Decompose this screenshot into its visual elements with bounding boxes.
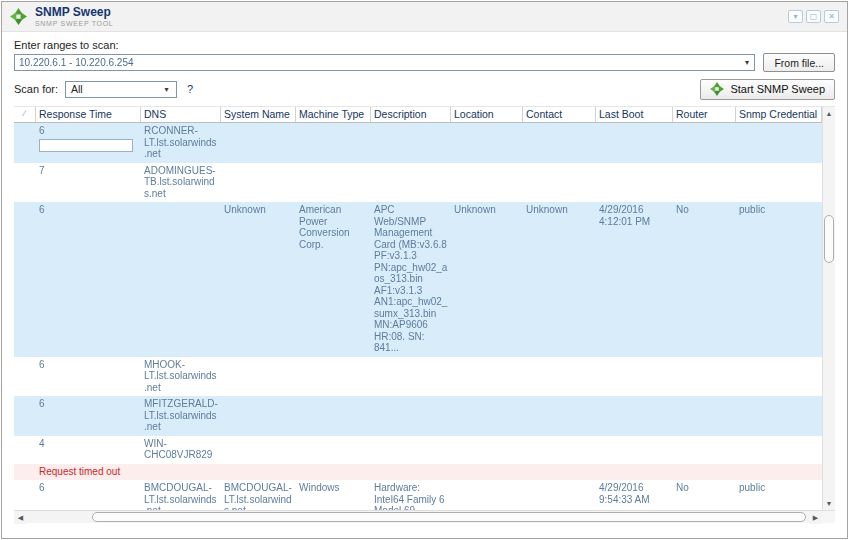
column-header-location[interactable]: Location [451, 107, 523, 122]
table-cell [221, 163, 296, 203]
window-controls: ▾ ▢ ✕ [788, 10, 839, 23]
table-cell [736, 436, 822, 464]
table-cell [296, 357, 371, 397]
table-cell: public [736, 202, 822, 357]
vertical-scroll-track[interactable] [823, 120, 835, 497]
table-cell: MHOOK-LT.lst.solarwinds.net [141, 357, 221, 397]
column-header-dns[interactable]: DNS [141, 107, 221, 122]
column-header-snmp-credential[interactable]: Snmp Credential [736, 107, 822, 122]
table-cell [451, 436, 523, 464]
chevron-down-icon[interactable]: ▾ [739, 55, 754, 70]
table-cell [673, 396, 736, 436]
window-title: SNMP Sweep [35, 6, 113, 19]
column-header-machine-type[interactable]: Machine Type [296, 107, 371, 122]
table-cell [451, 464, 523, 481]
scroll-down-icon[interactable]: ▼ [823, 497, 835, 510]
table-cell: ADOMINGUES-TB.lst.solarwinds.net [141, 163, 221, 203]
table-cell: MFITZGERALD-LT.lst.solarwinds.net [141, 396, 221, 436]
table-cell [221, 464, 296, 481]
start-snmp-sweep-button[interactable]: Start SNMP Sweep [700, 79, 835, 100]
table-cell: BMCDOUGAL-LT.lst.solarwinds.net [221, 480, 296, 510]
table-cell: 4/29/2016 4:12:01 PM [596, 202, 673, 357]
table-cell [451, 163, 523, 203]
maximize-button[interactable]: ▢ [806, 10, 821, 23]
table-cell [141, 202, 221, 357]
table-cell: No [673, 480, 736, 510]
close-button[interactable]: ✕ [824, 10, 839, 23]
table-cell [451, 357, 523, 397]
table-row[interactable]: 7ADOMINGUES-TB.lst.solarwinds.net [14, 163, 822, 203]
scan-row: Scan for: All ▾ ? Start SNMP Sweep [14, 78, 835, 100]
table-cell [523, 163, 596, 203]
start-button-label: Start SNMP Sweep [730, 83, 825, 95]
table-cell [523, 436, 596, 464]
table-cell: Request timed out [36, 464, 141, 481]
help-link[interactable]: ? [187, 83, 193, 95]
row-gutter [14, 123, 36, 163]
ranges-combobox: ▾ [14, 54, 755, 71]
table-cell [523, 480, 596, 510]
table-cell [451, 396, 523, 436]
row-gutter [14, 396, 36, 436]
table-row[interactable]: 6UnknownAmerican Power Conversion Corp.A… [14, 202, 822, 357]
table-cell [596, 396, 673, 436]
column-header-router[interactable]: Router [673, 107, 736, 122]
row-gutter [14, 436, 36, 464]
table-cell [371, 464, 451, 481]
scroll-up-icon[interactable]: ▲ [823, 107, 835, 120]
response-time-editor[interactable] [39, 139, 133, 152]
table-cell [221, 357, 296, 397]
chevron-down-icon: ▾ [159, 85, 174, 94]
column-header-description[interactable]: Description [371, 107, 451, 122]
column-header-contact[interactable]: Contact [523, 107, 596, 122]
horizontal-scroll-thumb[interactable] [92, 512, 806, 522]
table-cell: Unknown [451, 202, 523, 357]
table-cell [296, 436, 371, 464]
table-row[interactable]: Request timed out [14, 464, 822, 481]
table-cell [371, 357, 451, 397]
scroll-right-icon[interactable]: ▶ [809, 511, 822, 524]
table-cell [596, 163, 673, 203]
table-cell [221, 396, 296, 436]
table-row[interactable]: 6BMCDOUGAL-LT.lst.solarwinds.netBMCDOUGA… [14, 480, 822, 510]
table-cell: 6 [36, 202, 141, 357]
table-cell [371, 163, 451, 203]
table-cell [736, 123, 822, 163]
table-cell [673, 123, 736, 163]
column-header-last-boot[interactable]: Last Boot [596, 107, 673, 122]
table-cell: 4/29/2016 9:54:33 AM [596, 480, 673, 510]
table-row[interactable]: 6MHOOK-LT.lst.solarwinds.net [14, 357, 822, 397]
vertical-scroll-thumb[interactable] [824, 215, 834, 263]
table-cell [736, 464, 822, 481]
table-row[interactable]: 6RCONNER-LT.lst.solarwinds.net [14, 123, 822, 163]
minimize-button[interactable]: ▾ [788, 10, 803, 23]
table-cell [296, 396, 371, 436]
ranges-input[interactable] [15, 55, 739, 70]
table-cell: Windows [296, 480, 371, 510]
vertical-scrollbar[interactable]: ▲ ▼ [822, 107, 835, 510]
horizontal-scrollbar[interactable]: ◀ ▶ [14, 510, 822, 523]
table-cell [596, 464, 673, 481]
scan-for-label: Scan for: [14, 82, 58, 97]
ranges-label: Enter ranges to scan: [14, 38, 835, 53]
sort-indicator-icon[interactable]: ∕ [14, 107, 36, 122]
table-cell [371, 123, 451, 163]
from-file-button[interactable]: From file... [763, 53, 835, 72]
column-header-system-name[interactable]: System Name [221, 107, 296, 122]
table-cell: BMCDOUGAL-LT.lst.solarwinds.net [141, 480, 221, 510]
table-row[interactable]: 4WIN-CHC08VJR829 [14, 436, 822, 464]
table-cell [371, 436, 451, 464]
scroll-left-icon[interactable]: ◀ [14, 511, 27, 524]
table-row[interactable]: 6MFITZGERALD-LT.lst.solarwinds.net [14, 396, 822, 436]
table-cell [451, 123, 523, 163]
snmp-sweep-window: SNMP Sweep SNMP SWEEP TOOL ▾ ▢ ✕ Enter r… [1, 1, 848, 539]
horizontal-scroll-track[interactable] [27, 511, 809, 523]
table-cell: 7 [36, 163, 141, 203]
column-header-response-time[interactable]: Response Time [36, 107, 141, 122]
scan-for-value: All [71, 83, 83, 95]
scan-for-select[interactable]: All ▾ [65, 81, 177, 98]
title-block: SNMP Sweep SNMP SWEEP TOOL [35, 6, 113, 28]
table-cell [221, 123, 296, 163]
table-cell [736, 163, 822, 203]
table-cell [523, 357, 596, 397]
